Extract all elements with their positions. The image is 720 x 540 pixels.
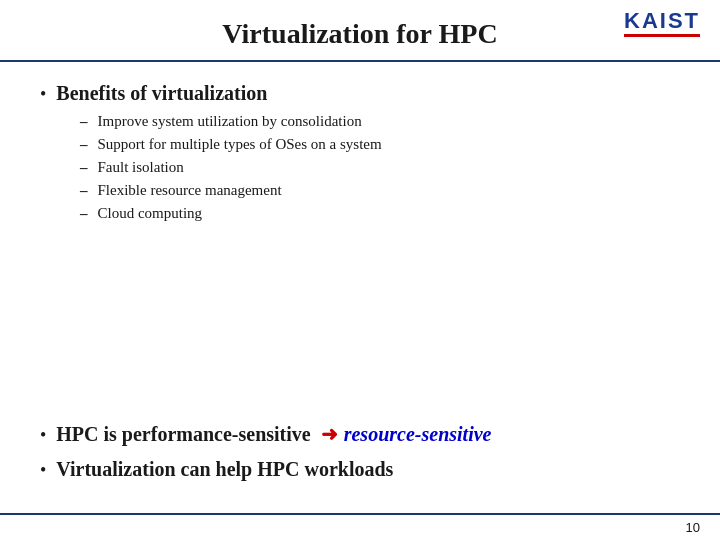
arrow-icon: ➜ bbox=[321, 422, 338, 446]
sub-bullet-3: – Fault isolation bbox=[80, 159, 680, 176]
slide-content: • Benefits of virtualization – Improve s… bbox=[0, 62, 720, 513]
sub-bullet-4: – Flexible resource management bbox=[80, 182, 680, 199]
sub-bullet-text-4: Flexible resource management bbox=[98, 182, 282, 199]
sub-bullet-2: – Support for multiple types of OSes on … bbox=[80, 136, 680, 153]
page-number: 10 bbox=[686, 520, 700, 535]
bottom-bullets-section: • HPC is performance-sensitive ➜ resourc… bbox=[40, 422, 680, 493]
sub-bullet-5: – Cloud computing bbox=[80, 205, 680, 222]
slide-title: Virtualization for HPC bbox=[222, 18, 497, 50]
dash-3: – bbox=[80, 159, 88, 176]
slide-footer: 10 bbox=[0, 513, 720, 540]
dash-2: – bbox=[80, 136, 88, 153]
bullet-dot-3: • bbox=[40, 460, 46, 481]
bullet-dot-1: • bbox=[40, 84, 46, 105]
slide: Virtualization for HPC KAIST • Benefits … bbox=[0, 0, 720, 540]
kaist-logo: KAIST bbox=[624, 10, 700, 37]
hpc-performance-text: HPC is performance-sensitive bbox=[56, 423, 310, 446]
dash-4: – bbox=[80, 182, 88, 199]
benefits-title: Benefits of virtualization bbox=[56, 82, 267, 105]
bullet-dot-2: • bbox=[40, 425, 46, 446]
sub-bullets-list: – Improve system utilization by consolid… bbox=[80, 113, 680, 222]
dash-1: – bbox=[80, 113, 88, 130]
kaist-logo-text: KAIST bbox=[624, 10, 700, 32]
main-bullet-1: • Benefits of virtualization bbox=[40, 82, 680, 105]
resource-sensitive-text: resource-sensitive bbox=[344, 423, 492, 446]
benefits-section: • Benefits of virtualization – Improve s… bbox=[40, 82, 680, 228]
sub-bullet-text-1: Improve system utilization by consolidat… bbox=[98, 113, 362, 130]
sub-bullet-text-3: Fault isolation bbox=[98, 159, 184, 176]
sub-bullet-1: – Improve system utilization by consolid… bbox=[80, 113, 680, 130]
virtualization-help-text: Virtualization can help HPC workloads bbox=[56, 458, 393, 481]
bottom-bullet-1: • HPC is performance-sensitive ➜ resourc… bbox=[40, 422, 680, 446]
dash-5: – bbox=[80, 205, 88, 222]
sub-bullet-text-2: Support for multiple types of OSes on a … bbox=[98, 136, 382, 153]
bottom-bullet-2: • Virtualization can help HPC workloads bbox=[40, 458, 680, 481]
sub-bullet-text-5: Cloud computing bbox=[98, 205, 203, 222]
slide-header: Virtualization for HPC KAIST bbox=[0, 0, 720, 62]
kaist-logo-underline bbox=[624, 34, 700, 37]
